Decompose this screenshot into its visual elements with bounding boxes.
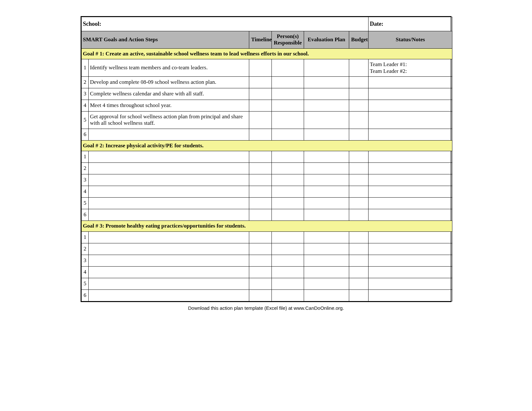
- step-timeline: [249, 129, 272, 140]
- step-timeline: [249, 59, 272, 77]
- step-budget: [349, 88, 369, 100]
- step-budget: [349, 231, 369, 243]
- goal-title: Goal # 1: Create an active, sustainable …: [82, 48, 452, 59]
- step-number: 3: [82, 88, 89, 100]
- notes-line: Team Leader #2:: [370, 68, 450, 74]
- step-budget: [349, 59, 369, 77]
- notes-line: Team Leader #1:: [370, 61, 450, 68]
- table-row: 3: [82, 174, 452, 186]
- step-evaluation: [304, 59, 349, 77]
- step-persons: [272, 163, 304, 174]
- step-notes: [369, 266, 452, 278]
- step-description: Develop and complete 08-09 school wellne…: [89, 76, 249, 88]
- step-evaluation: [304, 198, 349, 209]
- step-notes: [369, 100, 452, 111]
- step-description: Identify wellness team members and co-te…: [89, 59, 249, 77]
- step-persons: [272, 59, 304, 77]
- col-status: Status/Notes: [369, 31, 452, 49]
- step-budget: [349, 266, 369, 278]
- step-budget: [349, 174, 369, 186]
- step-notes: [369, 186, 452, 198]
- step-timeline: [249, 163, 272, 174]
- step-notes: [369, 88, 452, 100]
- plan-table: School: Date: SMART Goals and Action Ste…: [81, 17, 452, 301]
- step-evaluation: [304, 209, 349, 221]
- step-evaluation: [304, 278, 349, 289]
- step-timeline: [249, 198, 272, 209]
- step-description: [89, 186, 249, 198]
- step-timeline: [249, 111, 272, 129]
- goal-title: Goal # 3: Promote healthy eating practic…: [82, 221, 452, 231]
- step-timeline: [249, 243, 272, 255]
- col-timeline: Timeline: [249, 31, 272, 49]
- step-number: 5: [82, 111, 89, 129]
- step-timeline: [249, 100, 272, 111]
- step-evaluation: [304, 289, 349, 301]
- step-budget: [349, 129, 369, 140]
- table-row: 1: [82, 151, 452, 163]
- step-budget: [349, 198, 369, 209]
- step-notes: Team Leader #1:Team Leader #2:: [369, 59, 452, 77]
- table-row: 6: [82, 129, 452, 140]
- step-notes: [369, 231, 452, 243]
- step-description: [89, 129, 249, 140]
- step-description: [89, 163, 249, 174]
- step-description: [89, 231, 249, 243]
- step-persons: [272, 151, 304, 163]
- step-evaluation: [304, 151, 349, 163]
- step-number: 2: [82, 76, 89, 88]
- table-row: 1Identify wellness team members and co-t…: [82, 59, 452, 77]
- step-notes: [369, 76, 452, 88]
- step-persons: [272, 186, 304, 198]
- step-timeline: [249, 174, 272, 186]
- step-budget: [349, 163, 369, 174]
- step-evaluation: [304, 129, 349, 140]
- step-evaluation: [304, 243, 349, 255]
- step-description: [89, 151, 249, 163]
- step-persons: [272, 111, 304, 129]
- step-persons: [272, 76, 304, 88]
- step-budget: [349, 76, 369, 88]
- table-row: 4: [82, 266, 452, 278]
- goal-row: Goal # 3: Promote healthy eating practic…: [82, 221, 452, 231]
- col-budget: Budget: [349, 31, 369, 49]
- step-timeline: [249, 278, 272, 289]
- table-row: 3: [82, 255, 452, 266]
- step-notes: [369, 111, 452, 129]
- step-evaluation: [304, 88, 349, 100]
- step-description: [89, 289, 249, 301]
- table-row: 1: [82, 231, 452, 243]
- step-notes: [369, 174, 452, 186]
- step-description: Meet 4 times throughout school year.: [89, 100, 249, 111]
- step-persons: [272, 255, 304, 266]
- table-row: 6: [82, 289, 452, 301]
- step-description: [89, 209, 249, 221]
- step-notes: [369, 278, 452, 289]
- goal-row: Goal # 1: Create an active, sustainable …: [82, 48, 452, 59]
- step-notes: [369, 255, 452, 266]
- step-notes: [369, 129, 452, 140]
- step-timeline: [249, 231, 272, 243]
- col-persons: Person(s) Responsible: [272, 31, 304, 49]
- school-label: School:: [82, 17, 369, 31]
- step-number: 6: [82, 129, 89, 140]
- step-timeline: [249, 76, 272, 88]
- table-row: 2: [82, 163, 452, 174]
- step-number: 3: [82, 174, 89, 186]
- step-notes: [369, 209, 452, 221]
- step-persons: [272, 209, 304, 221]
- top-row: School: Date:: [82, 17, 452, 31]
- step-budget: [349, 278, 369, 289]
- step-persons: [272, 198, 304, 209]
- step-evaluation: [304, 100, 349, 111]
- step-timeline: [249, 209, 272, 221]
- table-row: 6: [82, 209, 452, 221]
- step-timeline: [249, 289, 272, 301]
- table-row: 2: [82, 243, 452, 255]
- step-budget: [349, 111, 369, 129]
- step-description: [89, 255, 249, 266]
- step-timeline: [249, 255, 272, 266]
- step-timeline: [249, 266, 272, 278]
- step-evaluation: [304, 163, 349, 174]
- step-number: 4: [82, 266, 89, 278]
